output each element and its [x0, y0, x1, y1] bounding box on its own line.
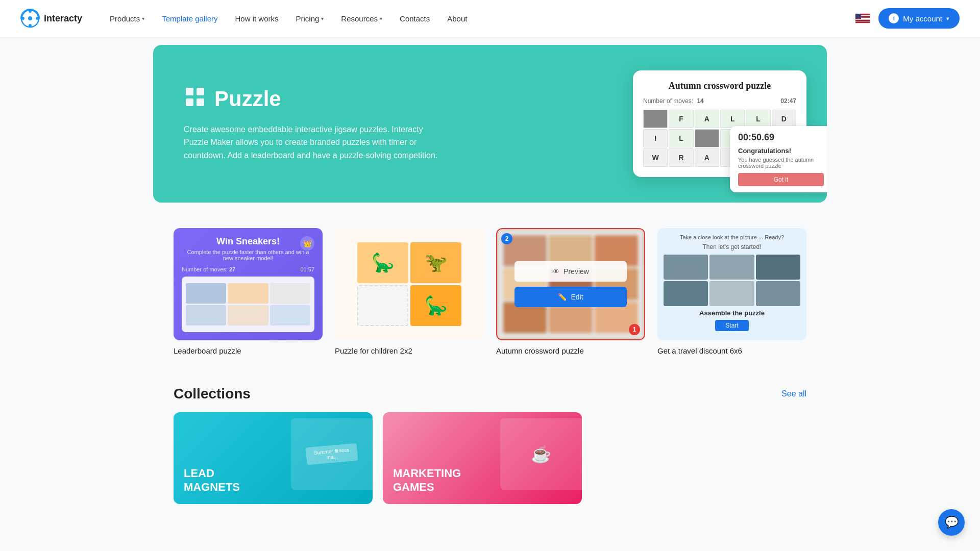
chevron-down-icon-account: ▾ — [946, 15, 949, 22]
template-thumb-leaderboard: 👑 Win Sneakers! Complete the puzzle fast… — [174, 228, 323, 340]
mockup-title: Autumn crossword puzzle — [643, 81, 796, 91]
travel-piece — [756, 255, 800, 280]
eye-icon: 👁 — [552, 267, 559, 276]
svg-rect-7 — [197, 88, 204, 95]
edit-button[interactable]: ✏️ Edit — [514, 287, 627, 307]
nav-products[interactable]: Products ▾ — [103, 10, 152, 27]
dino-piece: 🦖 — [410, 242, 461, 283]
my-account-button[interactable]: i My account ▾ — [878, 8, 960, 29]
lb-card-title: Win Sneakers! — [182, 236, 314, 247]
chevron-down-icon-resources: ▾ — [380, 16, 382, 21]
chat-bubble[interactable]: 💬 — [938, 509, 965, 514]
badge-blue: 2 — [501, 233, 512, 244]
cw-cell: R — [669, 148, 693, 167]
cw-cell: D — [772, 110, 796, 128]
language-flag[interactable] — [855, 13, 870, 23]
lb-card-sub: Complete the puzzle faster than others a… — [182, 249, 314, 261]
hero-title-row: Puzzle — [184, 86, 439, 113]
puzzle-icon — [184, 86, 206, 113]
lb-moves-row: Number of moves: 27 01:57 — [182, 266, 314, 272]
dino-piece: 🦕 — [357, 242, 408, 283]
collections-section: Collections See all Summer fitness ma...… — [153, 365, 827, 514]
nav-pricing[interactable]: Pricing ▾ — [288, 10, 331, 27]
template-thumb-children: 🦕 🦖 🦕 — [335, 228, 484, 340]
start-button[interactable]: Start — [715, 320, 748, 331]
cw-cell: F — [669, 110, 693, 128]
hero-title: Puzzle — [214, 87, 281, 111]
cw-cell: L — [720, 110, 745, 128]
svg-rect-6 — [186, 88, 193, 95]
template-label-leaderboard: Leaderboard puzzle — [174, 346, 323, 355]
badge-red: 1 — [629, 324, 640, 335]
travel-sub-text: Then let's get started! — [664, 243, 800, 251]
svg-point-5 — [29, 24, 32, 27]
nav-how-it-works[interactable]: How it works — [228, 10, 285, 27]
nav-contacts[interactable]: Contacts — [393, 10, 437, 27]
crown-icon: 👑 — [300, 236, 314, 251]
cw-cell: W — [643, 148, 668, 167]
got-it-button[interactable]: Got it — [738, 173, 824, 186]
hero-mockup: Autumn crossword puzzle Number of moves:… — [633, 70, 806, 177]
nav-resources[interactable]: Resources ▾ — [334, 10, 389, 27]
collection-label-marketing: MARKETING GAMES — [393, 467, 461, 494]
cw-cell — [643, 110, 668, 128]
logo[interactable]: interacty — [20, 9, 82, 28]
travel-piece — [664, 255, 708, 280]
congrats-title: Congratulations! — [738, 147, 824, 155]
dino-puzzle-grid: 🦕 🦖 🦕 — [349, 234, 470, 334]
collection-card-lead[interactable]: Summer fitness ma... LEAD MAGNETS — [174, 412, 373, 504]
cw-cell — [695, 129, 719, 147]
collection-card-marketing[interactable]: ☕ MARKETING GAMES — [383, 412, 582, 504]
svg-point-4 — [21, 17, 24, 20]
time-display: 00:50.69 — [738, 132, 824, 143]
timer-display: 02:47 — [780, 97, 796, 105]
account-icon: i — [889, 13, 899, 23]
preview-button[interactable]: 👁 Preview — [514, 261, 627, 282]
template-card-autumn[interactable]: 👁 Preview ✏️ Edit 2 1 Autumn crossword p… — [496, 228, 645, 355]
edit-icon: ✏️ — [558, 293, 567, 301]
piece — [186, 283, 226, 304]
marketing-mockup: ☕ — [500, 418, 582, 490]
travel-top-text: Take a close look at the picture ... Rea… — [664, 234, 800, 240]
nav-right: i My account ▾ — [855, 8, 960, 29]
hero-banner: Puzzle Create awesome embeddable interac… — [153, 45, 827, 203]
lead-mockup: Summer fitness ma... — [291, 418, 373, 490]
lb-puzzle-area — [182, 277, 314, 332]
nav-about[interactable]: About — [440, 10, 474, 27]
svg-point-2 — [29, 10, 32, 13]
dino-piece: 🦕 — [410, 285, 461, 326]
moves-label: Number of moves: 14 — [643, 97, 704, 105]
template-label-autumn: Autumn crossword puzzle — [496, 346, 645, 355]
congrats-sub: You have guessed the autumn crossword pu… — [738, 157, 824, 169]
logo-icon — [20, 9, 40, 28]
see-all-link[interactable]: See all — [781, 389, 806, 398]
piece — [270, 283, 310, 304]
collections-title: Collections — [174, 386, 251, 402]
template-label-children: Puzzle for children 2x2 — [335, 346, 484, 355]
autumn-overlay: 👁 Preview ✏️ Edit — [497, 229, 644, 339]
svg-rect-8 — [186, 98, 193, 106]
svg-point-1 — [28, 16, 32, 20]
assemble-text: Assemble the puzzle — [699, 309, 765, 317]
template-card-travel[interactable]: Take a close look at the picture ... Rea… — [657, 228, 806, 355]
template-card-children[interactable]: 🦕 🦖 🦕 Puzzle for children 2x2 — [335, 228, 484, 355]
travel-piece — [709, 281, 754, 306]
coffee-icon: ☕ — [531, 444, 551, 464]
piece — [228, 283, 268, 304]
nav-template-gallery[interactable]: Template gallery — [155, 10, 225, 27]
lb-time: 01:57 — [300, 266, 314, 272]
template-card-leaderboard[interactable]: 👑 Win Sneakers! Complete the puzzle fast… — [174, 228, 323, 355]
svg-point-3 — [36, 17, 39, 20]
travel-card-inner: Take a close look at the picture ... Rea… — [657, 228, 806, 340]
travel-piece — [664, 281, 708, 306]
cw-cell: I — [643, 129, 668, 147]
templates-grid: 👑 Win Sneakers! Complete the puzzle fast… — [174, 228, 806, 355]
templates-section: 👑 Win Sneakers! Complete the puzzle fast… — [153, 203, 827, 365]
collection-label-lead: LEAD MAGNETS — [184, 467, 240, 494]
mockup-small: 00:50.69 Congratulations! You have guess… — [730, 126, 827, 192]
cw-cell: A — [695, 110, 719, 128]
travel-piece — [756, 281, 800, 306]
lead-mockup-text: Summer fitness ma... — [306, 443, 358, 465]
cw-cell: L — [669, 129, 693, 147]
chevron-down-icon: ▾ — [142, 16, 144, 21]
